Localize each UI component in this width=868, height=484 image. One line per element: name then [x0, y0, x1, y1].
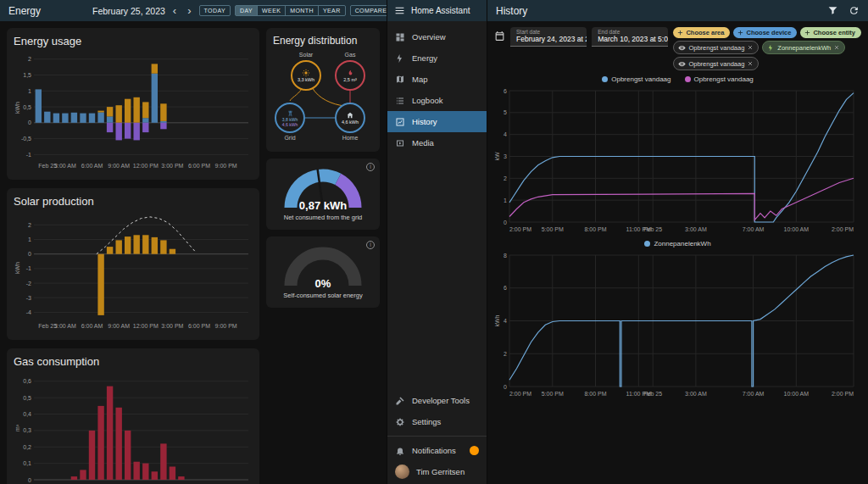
- sidebar-item-notifications[interactable]: Notifications: [387, 440, 487, 461]
- filter-remove-icon[interactable]: [827, 5, 838, 16]
- today-button[interactable]: TODAY: [199, 5, 231, 16]
- month-button[interactable]: MONTH: [285, 5, 319, 16]
- energy-title: Energy: [8, 5, 41, 17]
- svg-text:10:00 AM: 10:00 AM: [784, 391, 810, 397]
- sidebar-item-label: Energy: [412, 53, 437, 63]
- start-date-field[interactable]: Start date February 24, 2023 at 2:00 PM: [510, 27, 587, 47]
- svg-text:5: 5: [504, 109, 507, 115]
- info-icon[interactable]: [366, 241, 375, 249]
- choose-device-label: Choose device: [746, 29, 791, 36]
- self-consumed-gauge-card: 0% Self-consumed solar energy: [266, 236, 380, 308]
- map-icon: [395, 75, 405, 85]
- sidebar-item-label: Logbook: [412, 96, 442, 105]
- sidebar-item-energy[interactable]: Energy: [387, 47, 487, 69]
- grid-node[interactable]: 3,8 kWh 4,6 kWh: [275, 103, 305, 133]
- svg-text:3:00 AM: 3:00 AM: [54, 163, 76, 169]
- close-icon[interactable]: [747, 60, 754, 67]
- next-date-button[interactable]: ›: [184, 4, 194, 17]
- gas-node[interactable]: 2,5 m³: [335, 60, 365, 91]
- svg-text:9:00 PM: 9:00 PM: [215, 163, 237, 169]
- eye-icon: [678, 60, 686, 68]
- svg-text:10:00 AM: 10:00 AM: [784, 226, 810, 232]
- entity-chip[interactable]: Opbrengst vandaag: [673, 57, 759, 70]
- dashboard-icon: [395, 32, 405, 42]
- user-avatar: [395, 465, 409, 479]
- legend-label: Opbrengst vandaag: [694, 75, 754, 83]
- legend-item[interactable]: ZonnepanelenkWh: [644, 240, 710, 248]
- svg-text:12:00 PM: 12:00 PM: [133, 323, 159, 329]
- svg-text:0,3: 0,3: [23, 427, 31, 433]
- sidebar-item-profile[interactable]: Tim Gerritsen: [387, 461, 487, 482]
- svg-text:3:00 PM: 3:00 PM: [161, 323, 183, 329]
- week-button[interactable]: WEEK: [257, 5, 286, 16]
- home-assistant-app: Energy February 25, 2023 ‹ › TODAY DAY W…: [0, 0, 868, 484]
- svg-text:6:00 PM: 6:00 PM: [188, 163, 210, 169]
- solar-production-title: Solar production: [14, 195, 253, 208]
- legend-item[interactable]: Opbrengst vandaag: [602, 75, 670, 83]
- history-pane: History Start date February 24, 2023 at …: [487, 0, 868, 484]
- chip-label: Opbrengst vandaag: [688, 44, 744, 52]
- home-node[interactable]: 4,6 kWh: [335, 103, 365, 133]
- calendar-icon[interactable]: [494, 27, 505, 45]
- grid-returned-value: 4,6 kWh: [282, 122, 298, 127]
- close-icon[interactable]: [747, 44, 754, 51]
- home-node-label: Home: [335, 135, 365, 141]
- gas-consumption-chart: 0,60,50,40,30,20,10Feb 253:00 AM6:00 AM9…: [14, 371, 252, 484]
- svg-text:Feb 25: Feb 25: [643, 226, 662, 232]
- start-date-value: February 24, 2023 at 2:00 PM: [516, 35, 581, 43]
- info-icon[interactable]: [366, 163, 375, 171]
- close-icon[interactable]: [833, 44, 840, 51]
- legend-dot: [685, 76, 691, 82]
- entity-chip[interactable]: ZonnepanelenkWh: [762, 41, 845, 54]
- day-button[interactable]: DAY: [235, 5, 258, 16]
- end-date-field[interactable]: End date March 10, 2023 at 5:00 PM: [592, 27, 668, 47]
- choose-area-button[interactable]: Choose area: [673, 27, 730, 38]
- svg-text:kW: kW: [494, 152, 500, 161]
- svg-text:-1: -1: [26, 265, 31, 271]
- sidebar-item-history[interactable]: History: [387, 111, 487, 132]
- grid-neutrality-gauge-card: 0,87 kWh Net consumed from the grid: [266, 159, 380, 230]
- svg-text:-3: -3: [26, 295, 31, 301]
- svg-text:6: 6: [504, 88, 507, 94]
- svg-text:0,2: 0,2: [23, 444, 31, 450]
- solar-node[interactable]: 3,3 kWh: [291, 60, 321, 91]
- history-header: History: [487, 0, 868, 21]
- chart-box-icon: [395, 117, 405, 127]
- energy-side-column: Energy distribution Solar Gas 3,3 kWh: [266, 28, 380, 477]
- gas-node-label: Gas: [335, 52, 365, 58]
- refresh-icon[interactable]: [849, 5, 860, 16]
- year-button[interactable]: YEAR: [318, 5, 346, 16]
- eye-icon: [678, 44, 686, 52]
- svg-text:2: 2: [504, 351, 507, 357]
- svg-text:5:00 PM: 5:00 PM: [542, 391, 564, 397]
- svg-text:9:00 AM: 9:00 AM: [108, 323, 130, 329]
- sidebar-item-media[interactable]: Media: [387, 132, 487, 153]
- history-filter-bar: Start date February 24, 2023 at 2:00 PM …: [487, 21, 868, 72]
- grid-node-label: Grid: [275, 135, 305, 141]
- period-button-group: DAY WEEK MONTH YEAR: [235, 5, 346, 16]
- entity-chip[interactable]: Opbrengst vandaag: [673, 41, 759, 54]
- sidebar-item-developer-tools[interactable]: Developer Tools: [387, 390, 487, 411]
- plus-icon: [804, 29, 811, 36]
- energy-header: Energy February 25, 2023 ‹ › TODAY DAY W…: [0, 0, 387, 21]
- menu-icon[interactable]: [394, 5, 405, 16]
- svg-text:0: 0: [504, 220, 507, 225]
- choose-entity-button[interactable]: Choose entity: [800, 27, 861, 38]
- sidebar-item-label: Developer Tools: [412, 396, 470, 405]
- prev-date-button[interactable]: ‹: [170, 4, 180, 17]
- legend-item[interactable]: Opbrengst vandaag: [685, 75, 754, 83]
- svg-text:2:00 PM: 2:00 PM: [509, 226, 531, 232]
- legend-label: ZonnepanelenkWh: [654, 240, 710, 248]
- svg-text:-4: -4: [26, 309, 31, 315]
- svg-text:0,4: 0,4: [23, 411, 31, 417]
- sidebar-item-map[interactable]: Map: [387, 69, 487, 90]
- sidebar-item-overview[interactable]: Overview: [387, 26, 487, 47]
- choose-device-button[interactable]: Choose device: [733, 27, 797, 38]
- start-date-label: Start date: [516, 29, 581, 35]
- svg-text:8:00 PM: 8:00 PM: [584, 391, 606, 397]
- svg-text:0,6: 0,6: [23, 378, 31, 384]
- sidebar-item-settings[interactable]: Settings: [387, 411, 487, 432]
- sidebar-item-label: Media: [412, 138, 434, 147]
- svg-text:-0,5: -0,5: [21, 136, 31, 142]
- sidebar-item-logbook[interactable]: Logbook: [387, 90, 487, 111]
